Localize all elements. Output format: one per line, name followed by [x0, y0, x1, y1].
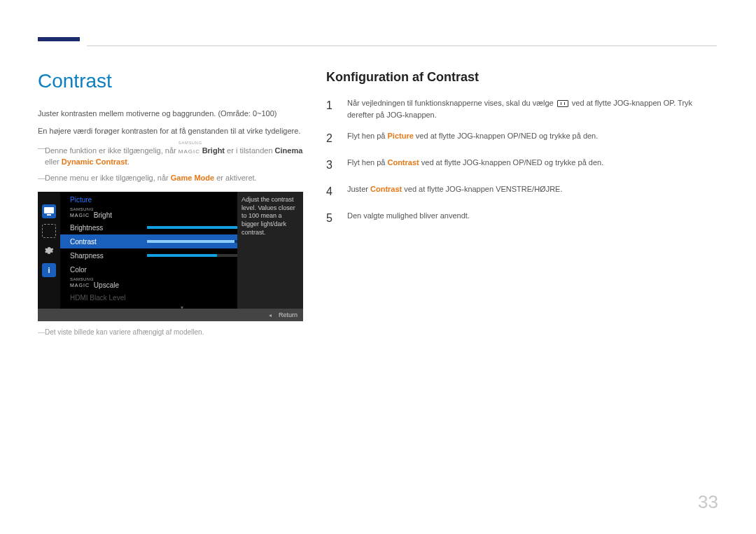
- section-title: Contrast: [38, 70, 304, 92]
- game-mode-word: Game Mode: [171, 174, 214, 182]
- step-num: 1: [326, 97, 337, 120]
- step-1: 1 Når vejledningen til funktionsknappern…: [326, 97, 717, 120]
- step-3: 3 Flyt hen på Contrast ved at flytte JOG…: [326, 157, 717, 174]
- step-text: Juster Contrast ved at flytte JOG-knappe…: [347, 183, 563, 200]
- right-column: Konfiguration af Contrast 1 Når vejledni…: [326, 70, 717, 336]
- note1-b: er i tilstanden: [225, 146, 275, 155]
- steps-list: 1 Når vejledningen til funktionsknappern…: [326, 97, 717, 227]
- osd-screenshot: i Picture SAMSUNGMAGICBright Custom Brig…: [38, 192, 303, 321]
- step-text: Den valgte mulighed bliver anvendt.: [347, 210, 470, 227]
- image-caption: Det viste billede kan variere afhængigt …: [38, 328, 304, 336]
- return-label: Return: [279, 311, 298, 318]
- step-num: 4: [326, 183, 337, 200]
- contrast-word: Contrast: [387, 158, 419, 167]
- top-accent: [38, 37, 80, 41]
- magic-bright-label: SAMSUNGMAGICBright: [70, 209, 147, 219]
- intro-p1: Juster kontrasten mellem motiverne og ba…: [38, 108, 304, 120]
- step-text: Flyt hen på Picture ved at flytte JOG-kn…: [347, 130, 598, 147]
- step-4: 4 Juster Contrast ved at flytte JOG-knap…: [326, 183, 717, 200]
- osd-body: Picture SAMSUNGMAGICBright Custom Bright…: [60, 192, 303, 309]
- menu-icon: [557, 100, 568, 107]
- osd-tab-rail: i: [38, 192, 60, 309]
- step-num: 3: [326, 157, 337, 174]
- osd-footer: ◂ Return: [38, 309, 303, 321]
- step-5: 5 Den valgte mulighed bliver anvendt.: [326, 210, 717, 227]
- bright-word: Bright: [202, 146, 225, 155]
- monitor-icon: [42, 204, 56, 218]
- left-column: Contrast Juster kontrasten mellem motive…: [38, 70, 304, 336]
- cinema-word: Cinema: [275, 146, 303, 155]
- top-divider: [87, 45, 717, 46]
- step-text: Når vejledningen til funktionsknapperne …: [347, 97, 717, 120]
- step-2: 2 Flyt hen på Picture ved at flytte JOG-…: [326, 130, 717, 147]
- note-game-mode: Denne menu er ikke tilgængelig, når Game…: [38, 172, 304, 184]
- left-arrow-icon: ◂: [269, 312, 272, 318]
- step-num: 5: [326, 210, 337, 227]
- svg-rect-0: [44, 207, 54, 213]
- step-text: Flyt hen på Contrast ved at flytte JOG-k…: [347, 157, 603, 174]
- osd-help-panel: Adjust the contrast level. Values closer…: [237, 192, 303, 309]
- note1-c: eller: [45, 157, 62, 166]
- magic-text: MAGIC: [178, 148, 200, 155]
- note-magic-bright: Denne funktion er ikke tilgængelig, når …: [38, 142, 304, 168]
- sharpness-label: Sharpness: [70, 252, 147, 260]
- contrast-label: Contrast: [70, 238, 147, 246]
- picture-word: Picture: [387, 132, 413, 140]
- samsung-sup: SAMSUNG: [178, 142, 202, 145]
- magic-bright-logo: SAMSUNGMAGIC: [178, 142, 202, 156]
- note2-b: er aktiveret.: [214, 174, 257, 182]
- color-label: Color: [70, 266, 147, 274]
- svg-rect-1: [47, 214, 51, 216]
- note1-a: Denne funktion er ikke tilgængelig, når: [45, 146, 178, 155]
- note1-d: .: [127, 157, 130, 166]
- dynamic-contrast-word: Dynamic Contrast: [62, 157, 127, 166]
- step-num: 2: [326, 130, 337, 147]
- top-rule: [38, 37, 717, 47]
- magic-upscale-label: SAMSUNGMAGICUpscale: [70, 279, 147, 289]
- config-title: Konfiguration af Contrast: [326, 70, 717, 85]
- page-number: 33: [698, 491, 718, 513]
- info-icon: i: [42, 263, 56, 277]
- contrast-word: Contrast: [370, 185, 402, 193]
- intro-p2: En højere værdi forøger kontrasten for a…: [38, 125, 304, 137]
- brightness-label: Brightness: [70, 224, 147, 232]
- hdmi-label: HDMI Black Level: [70, 294, 175, 302]
- note2-a: Denne menu er ikke tilgængelig, når: [45, 174, 171, 182]
- gear-icon: [42, 244, 56, 258]
- frame-icon: [42, 224, 56, 238]
